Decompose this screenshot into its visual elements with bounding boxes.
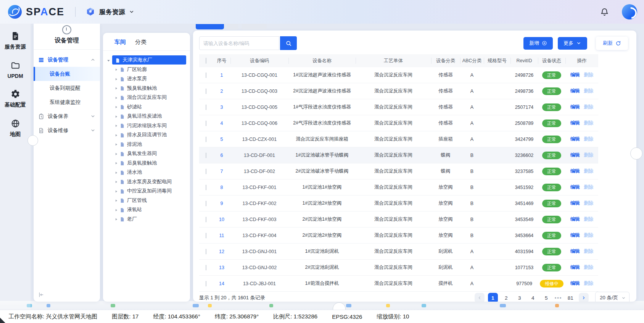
tree-node[interactable]: 后臭氧接触池 xyxy=(114,158,186,168)
clipped-tab[interactable] xyxy=(227,24,238,29)
caret-right-icon[interactable] xyxy=(114,207,119,212)
row-index-link[interactable]: 6 xyxy=(213,153,230,158)
tree-node-root[interactable]: 天津滨海水厂 xyxy=(106,55,186,65)
page-number-1[interactable]: 1 xyxy=(488,293,498,302)
delete-link[interactable]: 删除 xyxy=(584,280,593,287)
tab-workshop[interactable]: 车间 xyxy=(114,39,126,46)
caret-right-icon[interactable] xyxy=(114,189,119,194)
table-row[interactable]: 7 13-CD-DF-002 2#沉淀池破冰管手动蝶阀 混合沉淀反应车间 蝶阀 … xyxy=(199,163,598,179)
edit-link[interactable]: 编辑 xyxy=(570,152,580,158)
menu-item-device-mgmt[interactable]: 设备管理 xyxy=(34,53,100,67)
tab-category[interactable]: 分类 xyxy=(135,39,147,46)
caret-right-icon[interactable] xyxy=(114,123,119,128)
search-input[interactable] xyxy=(199,36,279,50)
caret-right-icon[interactable] xyxy=(114,132,119,137)
delete-link[interactable]: 删除 xyxy=(584,120,593,126)
row-index-link[interactable]: 3 xyxy=(213,105,230,110)
tree-node[interactable]: 送水泵房及变配电间 xyxy=(114,177,186,187)
page-number-5[interactable]: 5 xyxy=(541,293,551,302)
caret-right-icon[interactable] xyxy=(114,114,119,119)
page-number-2[interactable]: 2 xyxy=(501,293,511,302)
search-button[interactable] xyxy=(280,36,297,50)
row-index-link[interactable]: 12 xyxy=(213,249,230,254)
tree-node[interactable]: 砂滤站 xyxy=(114,102,186,112)
row-index-link[interactable]: 8 xyxy=(213,185,230,190)
tree-node[interactable]: 清水池 xyxy=(114,168,186,177)
edit-link[interactable]: 编辑 xyxy=(570,184,580,191)
page-number-81[interactable]: 81 xyxy=(565,293,575,302)
caret-right-icon[interactable] xyxy=(114,179,119,184)
table-row[interactable]: 3 13-CD-CGQ-005 1#气浮段进水浊度仪传感器 混合沉淀反应车间 传… xyxy=(199,99,598,115)
delete-link[interactable]: 删除 xyxy=(584,168,593,174)
caret-right-icon[interactable] xyxy=(114,104,119,109)
delete-link[interactable]: 删除 xyxy=(584,136,593,142)
caret-right-icon[interactable] xyxy=(114,95,119,100)
caret-right-icon[interactable] xyxy=(114,151,119,156)
delete-link[interactable]: 删除 xyxy=(584,200,593,207)
delete-link[interactable]: 删除 xyxy=(584,104,593,110)
menu-item-pump-health[interactable]: 泵组健康监控 xyxy=(34,95,100,109)
caret-right-icon[interactable] xyxy=(114,160,119,165)
row-index-link[interactable]: 7 xyxy=(213,169,230,174)
tree-node[interactable]: 污泥浓缩脱水车间 xyxy=(114,121,186,131)
edit-link[interactable]: 编辑 xyxy=(570,264,580,271)
edit-link[interactable]: 编辑 xyxy=(570,232,580,239)
delete-link[interactable]: 删除 xyxy=(584,216,593,223)
tree-node[interactable]: 预臭氧接触池 xyxy=(114,84,186,93)
menu-item-device-ledger[interactable]: 设备台账 xyxy=(34,67,100,81)
caret-right-icon[interactable] xyxy=(114,86,119,90)
row-index-link[interactable]: 4 xyxy=(213,121,230,126)
caret-right-icon[interactable] xyxy=(114,67,119,72)
table-row[interactable]: 11 13-CD-FKF-004 2#沉淀池2#放空阀 混合沉淀反应车间 放空阀… xyxy=(199,228,598,244)
table-row[interactable]: 2 13-CD-CGQ-003 2#沉淀池超声波液位传感器 混合沉淀反应车间 传… xyxy=(199,83,598,99)
edit-link[interactable]: 编辑 xyxy=(570,248,580,255)
caret-right-icon[interactable] xyxy=(114,198,119,203)
table-row[interactable]: 12 13-CD-GNJ-001 1#沉淀池刮泥机 混合沉淀反应车间 刮泥机 A… xyxy=(199,244,598,260)
edit-link[interactable]: 编辑 xyxy=(570,120,580,126)
tree-node[interactable]: 混合沉淀反应车间 xyxy=(114,93,186,102)
clipped-tab-active[interactable] xyxy=(196,24,224,29)
collapse-sidebar-icon[interactable] xyxy=(38,292,44,298)
refresh-button[interactable]: 刷新 xyxy=(596,37,628,50)
row-checkbox[interactable] xyxy=(206,201,206,206)
table-row[interactable]: 9 13-CD-FKF-002 1#沉淀池2#放空阀 混合沉淀反应车间 放空阀 … xyxy=(199,195,598,212)
delete-link[interactable]: 删除 xyxy=(584,88,593,94)
edit-link[interactable]: 编辑 xyxy=(570,136,580,142)
nav-rail-item-base-config[interactable]: 基础配置 xyxy=(0,89,31,108)
table-row[interactable]: 4 13-CD-CGQ-006 2#气浮段进水浊度仪传感器 混合沉淀反应车间 传… xyxy=(199,115,598,131)
tree-node[interactable]: 臭氧活性炭滤池 xyxy=(114,111,186,121)
edit-link[interactable]: 编辑 xyxy=(570,72,580,78)
tree-node[interactable]: 厂区管线 xyxy=(114,196,186,205)
tree-node[interactable]: 老厂 xyxy=(114,215,186,224)
row-index-link[interactable]: 9 xyxy=(213,201,230,206)
row-checkbox[interactable] xyxy=(206,281,206,286)
edit-link[interactable]: 编辑 xyxy=(570,88,580,94)
more-button[interactable]: 更多 xyxy=(558,37,587,50)
next-page-button[interactable] xyxy=(579,293,589,302)
delete-link[interactable]: 删除 xyxy=(584,248,593,255)
tree-node[interactable]: 排水及回流调节池 xyxy=(114,130,186,140)
edit-link[interactable]: 编辑 xyxy=(570,104,580,110)
tree-node[interactable]: 中控室及加药消毒间 xyxy=(114,186,186,196)
table-row[interactable]: 13 13-CD-GNJ-002 2#沉淀池刮泥机 混合沉淀反应车间 刮泥机 A… xyxy=(199,260,598,276)
row-checkbox[interactable] xyxy=(206,249,206,254)
row-checkbox[interactable] xyxy=(206,265,206,270)
nav-rail-item-service-resource[interactable]: 服务资源 xyxy=(0,31,31,50)
row-checkbox[interactable] xyxy=(206,169,206,174)
tree-node[interactable]: 厂区轮廓 xyxy=(114,65,186,74)
caret-right-icon[interactable] xyxy=(114,142,119,147)
page-number-4[interactable]: 4 xyxy=(528,293,538,302)
row-checkbox[interactable] xyxy=(206,233,206,238)
row-index-link[interactable]: 5 xyxy=(213,137,230,142)
menu-item-device-repair[interactable]: 设备维修 xyxy=(34,123,100,137)
prev-page-button[interactable] xyxy=(475,293,485,302)
menu-item-device-maintain[interactable]: 设备保养 xyxy=(34,109,100,123)
app-switcher[interactable]: 服务资源 xyxy=(85,7,134,17)
add-button[interactable]: 新增 xyxy=(523,37,553,50)
notification-bell-icon[interactable] xyxy=(600,8,609,16)
row-checkbox[interactable] xyxy=(206,137,206,142)
collapse-handle-right[interactable] xyxy=(630,147,642,160)
row-checkbox[interactable] xyxy=(206,185,206,190)
edit-link[interactable]: 编辑 xyxy=(570,280,580,287)
page-ellipsis[interactable]: ••• xyxy=(555,295,562,301)
